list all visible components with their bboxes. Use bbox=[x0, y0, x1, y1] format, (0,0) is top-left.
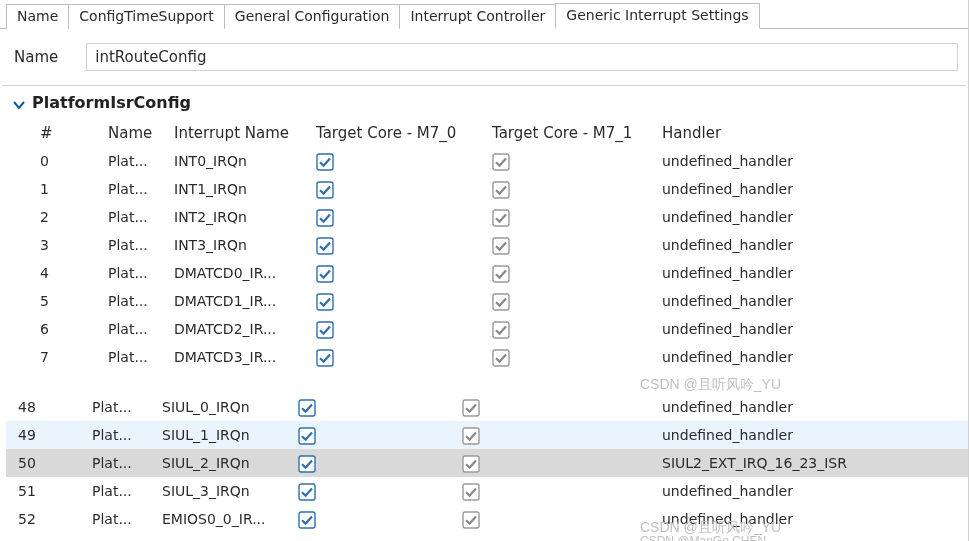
tab-general-configuration[interactable]: General Configuration bbox=[224, 4, 401, 29]
cell-interrupt-name: INT1_IRQn bbox=[174, 180, 316, 199]
cell-target-core-m7-0[interactable] bbox=[316, 320, 492, 339]
cell-target-core-m7-0[interactable] bbox=[316, 152, 492, 171]
table-row[interactable]: 4Plat...DMATCD0_IR...undefined_handler bbox=[40, 259, 960, 287]
table-row[interactable]: 5Plat...DMATCD1_IR...undefined_handler bbox=[40, 287, 960, 315]
svg-rect-13 bbox=[493, 322, 509, 338]
cell-target-core-m7-0[interactable] bbox=[298, 426, 462, 445]
cell-target-core-m7-1[interactable] bbox=[462, 454, 662, 473]
svg-rect-9 bbox=[493, 266, 509, 282]
table-row[interactable]: 50Plat...SIUL_2_IRQnSIUL2_EXT_IRQ_16_23_… bbox=[6, 449, 968, 477]
checkbox-icon[interactable] bbox=[316, 321, 334, 339]
name-input[interactable] bbox=[86, 43, 958, 71]
table-row[interactable]: 48Plat...SIUL_0_IRQnundefined_handler bbox=[6, 393, 968, 421]
table-row[interactable]: 0Plat...INT0_IRQnundefined_handler bbox=[40, 147, 960, 175]
cell-handler: undefined_handler bbox=[662, 510, 968, 529]
table-row[interactable]: 49Plat...SIUL_1_IRQnundefined_handler bbox=[6, 421, 968, 449]
chevron-down-icon bbox=[12, 96, 26, 110]
cell-index: 51 bbox=[6, 482, 92, 501]
cell-handler: undefined_handler bbox=[662, 426, 968, 445]
cell-interrupt-name: INT3_IRQn bbox=[174, 236, 316, 255]
svg-rect-12 bbox=[317, 322, 333, 338]
svg-rect-4 bbox=[317, 210, 333, 226]
checkbox-icon[interactable] bbox=[316, 153, 334, 171]
cell-interrupt-name: INT0_IRQn bbox=[174, 152, 316, 171]
svg-rect-22 bbox=[299, 484, 315, 500]
cell-target-core-m7-1[interactable] bbox=[492, 180, 662, 199]
checkbox-icon bbox=[462, 483, 480, 501]
cell-name: Plat... bbox=[108, 348, 174, 367]
checkbox-icon[interactable] bbox=[316, 209, 334, 227]
checkbox-icon bbox=[462, 511, 480, 529]
svg-rect-14 bbox=[317, 350, 333, 366]
checkbox-icon[interactable] bbox=[316, 237, 334, 255]
cell-target-core-m7-1[interactable] bbox=[492, 348, 662, 367]
watermark: CSDN @ManGo CHEN bbox=[640, 533, 766, 541]
col-name: Name bbox=[108, 123, 174, 143]
svg-rect-5 bbox=[493, 210, 509, 226]
table-row[interactable]: 51Plat...SIUL_3_IRQnundefined_handler bbox=[6, 477, 968, 505]
cell-target-core-m7-1[interactable] bbox=[492, 264, 662, 283]
cell-target-core-m7-1[interactable] bbox=[462, 426, 662, 445]
table-row[interactable]: 52Plat...EMIOS0_0_IR...undefined_handler bbox=[6, 505, 968, 533]
cell-target-core-m7-1[interactable] bbox=[462, 482, 662, 501]
cell-target-core-m7-0[interactable] bbox=[298, 510, 462, 529]
checkbox-icon[interactable] bbox=[316, 181, 334, 199]
group-header[interactable]: PlatformIsrConfig bbox=[12, 92, 960, 114]
tab-interrupt-controller[interactable]: Interrupt Controller bbox=[399, 4, 556, 29]
table-row[interactable]: 6Plat...DMATCD2_IR...undefined_handler bbox=[40, 315, 960, 343]
cell-handler: undefined_handler bbox=[662, 348, 960, 367]
isr-table-bottom: 48Plat...SIUL_0_IRQnundefined_handler49P… bbox=[6, 393, 968, 533]
cell-name: Plat... bbox=[108, 152, 174, 171]
cell-target-core-m7-0[interactable] bbox=[316, 208, 492, 227]
checkbox-icon[interactable] bbox=[298, 427, 316, 445]
cell-target-core-m7-1[interactable] bbox=[492, 320, 662, 339]
table-row[interactable]: 3Plat...INT3_IRQnundefined_handler bbox=[40, 231, 960, 259]
svg-rect-16 bbox=[299, 400, 315, 416]
group-title: PlatformIsrConfig bbox=[32, 92, 191, 114]
cell-target-core-m7-1[interactable] bbox=[492, 292, 662, 311]
checkbox-icon[interactable] bbox=[298, 483, 316, 501]
col-handler: Handler bbox=[662, 123, 960, 143]
table-row[interactable]: 1Plat...INT1_IRQnundefined_handler bbox=[40, 175, 960, 203]
cell-name: Plat... bbox=[108, 320, 174, 339]
cell-target-core-m7-1[interactable] bbox=[462, 510, 662, 529]
tab-configtimesupport[interactable]: ConfigTimeSupport bbox=[68, 4, 225, 29]
checkbox-icon[interactable] bbox=[316, 349, 334, 367]
cell-target-core-m7-0[interactable] bbox=[316, 236, 492, 255]
checkbox-icon[interactable] bbox=[298, 455, 316, 473]
cell-target-core-m7-0[interactable] bbox=[298, 454, 462, 473]
cell-target-core-m7-0[interactable] bbox=[298, 482, 462, 501]
checkbox-icon bbox=[492, 209, 510, 227]
checkbox-icon[interactable] bbox=[316, 265, 334, 283]
cell-interrupt-name: SIUL_1_IRQn bbox=[162, 426, 298, 445]
tab-name[interactable]: Name bbox=[6, 4, 69, 29]
cell-target-core-m7-0[interactable] bbox=[298, 398, 462, 417]
cell-target-core-m7-0[interactable] bbox=[316, 348, 492, 367]
cell-handler: undefined_handler bbox=[662, 208, 960, 227]
svg-rect-6 bbox=[317, 238, 333, 254]
cell-target-core-m7-0[interactable] bbox=[316, 180, 492, 199]
cell-interrupt-name: DMATCD0_IR... bbox=[174, 264, 316, 283]
cell-name: Plat... bbox=[108, 208, 174, 227]
checkbox-icon[interactable] bbox=[298, 511, 316, 529]
tab-generic-interrupt-settings[interactable]: Generic Interrupt Settings bbox=[555, 3, 759, 29]
cell-target-core-m7-1[interactable] bbox=[492, 236, 662, 255]
cell-handler: undefined_handler bbox=[662, 320, 960, 339]
cell-index: 2 bbox=[40, 208, 108, 227]
isr-table-top: # Name Interrupt Name Target Core - M7_0… bbox=[40, 119, 960, 371]
table-row[interactable]: 7Plat...DMATCD3_IR...undefined_handler bbox=[40, 343, 960, 371]
cell-target-core-m7-1[interactable] bbox=[492, 208, 662, 227]
checkbox-icon[interactable] bbox=[316, 293, 334, 311]
cell-target-core-m7-1[interactable] bbox=[462, 398, 662, 417]
col-index: # bbox=[40, 123, 108, 143]
cell-handler: undefined_handler bbox=[662, 264, 960, 283]
cell-target-core-m7-0[interactable] bbox=[316, 264, 492, 283]
cell-index: 49 bbox=[6, 426, 92, 445]
cell-target-core-m7-1[interactable] bbox=[492, 152, 662, 171]
table-row[interactable]: 2Plat...INT2_IRQnundefined_handler bbox=[40, 203, 960, 231]
tab-strip: NameConfigTimeSupportGeneral Configurati… bbox=[0, 0, 968, 28]
checkbox-icon[interactable] bbox=[298, 399, 316, 417]
cell-target-core-m7-0[interactable] bbox=[316, 292, 492, 311]
cell-interrupt-name: SIUL_2_IRQn bbox=[162, 454, 298, 473]
cell-name: Plat... bbox=[92, 426, 162, 445]
